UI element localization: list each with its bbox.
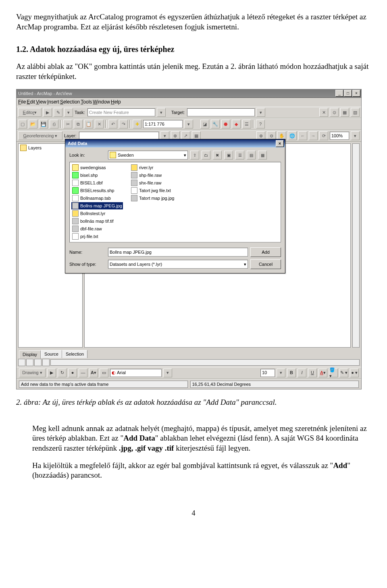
file-item[interactable]: Tatort map jpg.jpg	[130, 195, 175, 202]
close-button[interactable]: ×	[352, 90, 360, 97]
file-item[interactable]: bisel.shp	[71, 172, 123, 179]
scale-input[interactable]: 1:171 776	[143, 120, 183, 128]
file-item[interactable]: Tatort jwg file.txt	[130, 187, 175, 194]
zoom-pct[interactable]: 100%	[330, 132, 349, 140]
task-drop-icon[interactable]: ▾	[157, 108, 166, 117]
sketch2-icon[interactable]: ▧	[351, 108, 360, 117]
scale-drop-icon[interactable]: ▾	[184, 120, 193, 128]
layer-select[interactable]	[79, 132, 159, 140]
file-item[interactable]: shx-file.raw	[130, 179, 175, 186]
data-view-icon[interactable]	[18, 359, 25, 366]
maximize-button[interactable]: □	[344, 90, 352, 97]
tool-down-icon[interactable]: ▾	[64, 108, 73, 117]
copy-icon[interactable]: ⧉	[74, 120, 83, 128]
menu-insert[interactable]: Insert	[47, 99, 59, 106]
target-select[interactable]	[187, 108, 255, 116]
connect-folder-icon[interactable]: 🗀	[202, 151, 210, 159]
marker-icon[interactable]: ●	[68, 369, 77, 377]
circle-icon[interactable]: ⊙	[330, 108, 339, 117]
zoom-pct-drop-icon[interactable]: ▾	[351, 131, 360, 140]
horizontal-scrollbar[interactable]	[50, 359, 360, 366]
editor-dropdown[interactable]: Editor ▾	[18, 108, 42, 117]
layout-view-icon[interactable]	[26, 359, 33, 366]
cancel-button[interactable]: Cancel	[250, 259, 281, 269]
file-item[interactable]: prj-file.txt	[71, 233, 123, 240]
list-view-icon[interactable]: ☰	[235, 151, 244, 159]
lookin-select[interactable]: Sweden ▾	[108, 151, 188, 159]
print-icon[interactable]: ⎙	[50, 120, 58, 128]
vertical-scrollbar[interactable]	[352, 143, 360, 348]
details-view-icon[interactable]: ▤	[247, 151, 256, 159]
font-size-input[interactable]: 10	[260, 369, 275, 377]
grid-icon[interactable]: ▦	[340, 108, 349, 117]
menu-tools[interactable]: Tools	[81, 99, 92, 106]
delete-icon[interactable]: ✕	[95, 120, 104, 128]
fill-icon[interactable]: ▭	[100, 369, 108, 377]
tab-selection[interactable]: Selection	[62, 350, 87, 358]
file-item[interactable]: bollnäs map tif.tif	[71, 217, 123, 225]
menu-window[interactable]: Window	[93, 99, 110, 106]
full-extent-icon[interactable]: 🌐	[288, 131, 297, 140]
back-extent-icon[interactable]: ←	[298, 131, 307, 140]
tab-source[interactable]: Source	[41, 350, 62, 358]
paste-icon[interactable]: 📋	[84, 120, 93, 128]
minimize-button[interactable]: _	[335, 90, 343, 97]
tool-5-icon[interactable]: ☰	[242, 120, 251, 128]
file-item[interactable]: BISELresults.shp	[71, 187, 123, 194]
underline-icon[interactable]: U	[308, 369, 317, 377]
drawing-dropdown[interactable]: Drawing ▾	[19, 369, 46, 377]
tool-3-icon[interactable]: ⬣	[221, 120, 230, 128]
menu-view[interactable]: View	[36, 99, 46, 106]
file-item[interactable]: Bollnstest.lyr	[71, 210, 123, 217]
georef-dropdown[interactable]: Georeferencing ▾	[18, 131, 62, 140]
add-data-icon[interactable]: ✚	[133, 120, 141, 128]
marker-color-icon[interactable]: ● ▾	[350, 369, 359, 377]
refresh-view-icon[interactable]	[34, 359, 42, 366]
add-button[interactable]: Add	[250, 247, 281, 257]
save-icon[interactable]: 💾	[39, 120, 48, 128]
file-item[interactable]: shp-file.raw	[130, 172, 175, 179]
file-item[interactable]: Bollns map JPEG.jpg	[71, 202, 123, 209]
new-icon[interactable]: ▢	[18, 120, 27, 128]
open-icon[interactable]: 📂	[29, 120, 37, 128]
bold-icon[interactable]: B	[287, 369, 296, 377]
menu-selection[interactable]: Selection	[60, 99, 80, 106]
redo-icon[interactable]: ↷	[119, 120, 128, 128]
pause-draw-icon[interactable]	[42, 359, 50, 366]
up-one-level-icon[interactable]: ⇧	[190, 151, 199, 159]
line-icon[interactable]: —	[79, 369, 87, 377]
menu-edit[interactable]: Edit	[27, 99, 35, 106]
undo-icon[interactable]: ↶	[108, 120, 117, 128]
target-drop-icon[interactable]: ▾	[256, 108, 265, 117]
disconnect-icon[interactable]: ✖	[213, 151, 222, 159]
tool-1-icon[interactable]: ◪	[200, 120, 209, 128]
tool-2-icon[interactable]: 🔧	[211, 120, 220, 128]
font-drop-icon[interactable]: ▾	[163, 369, 172, 377]
file-item[interactable]: swedengisas	[71, 164, 123, 171]
menu-file[interactable]: File	[18, 99, 26, 106]
whats-this-icon[interactable]: ?	[256, 120, 265, 128]
pointer-icon[interactable]: ▶	[43, 108, 52, 117]
file-list[interactable]: swedengisasbisel.shpBISEL1.dbfBISELresul…	[69, 162, 281, 242]
thumb-view-icon[interactable]: ▦	[258, 151, 267, 159]
task-select[interactable]: Create New Feature	[87, 108, 155, 116]
tab-display[interactable]: Display	[19, 350, 41, 358]
refresh-icon[interactable]: ⟳	[319, 131, 328, 140]
select-icon[interactable]: ▶	[47, 369, 56, 377]
line-color-icon[interactable]: ✎ ▾	[339, 369, 348, 377]
text-a-icon[interactable]: A ▾	[89, 369, 98, 377]
fill-color-icon[interactable]: 🪣 ▾	[329, 369, 338, 377]
menu-help[interactable]: Help	[111, 99, 121, 106]
file-item[interactable]: dbf-file.raw	[71, 225, 123, 232]
font-select[interactable]: ◐ Arial	[110, 369, 162, 377]
name-input[interactable]: Bollns map JPEG.jpg	[108, 248, 248, 257]
dialog-close-button[interactable]: ×	[276, 140, 284, 147]
fwd-extent-icon[interactable]: →	[309, 131, 318, 140]
new-group-icon[interactable]: ▣	[224, 151, 233, 159]
pencil-icon[interactable]: ✎	[54, 108, 62, 117]
sketch-icon[interactable]: ✕	[319, 108, 328, 117]
font-color-icon[interactable]: A ▾	[318, 369, 327, 377]
size-drop-icon[interactable]: ▾	[277, 369, 285, 377]
type-select[interactable]: Datasets and Layers (*.lyr) ▾	[108, 260, 248, 269]
rotate-icon[interactable]: ↻	[58, 369, 67, 377]
